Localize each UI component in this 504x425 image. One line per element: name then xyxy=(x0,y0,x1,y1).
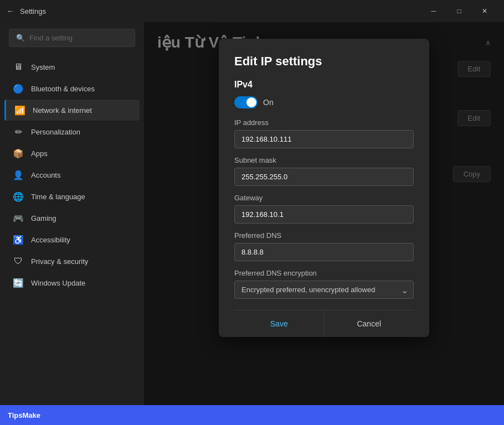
time-icon: 🌐 xyxy=(13,191,23,201)
content-area: 🔍 Find a setting 🖥 System 🔵 Bluetooth & … xyxy=(0,22,504,405)
window-controls: ─ □ ✕ xyxy=(421,0,497,22)
sidebar-item-accessibility[interactable]: ♿ Accessibility xyxy=(4,229,140,250)
sidebar-item-label-system: System xyxy=(31,63,55,71)
sidebar-item-bluetooth[interactable]: 🔵 Bluetooth & devices xyxy=(4,78,140,99)
brand-label: TipsMake xyxy=(8,411,40,419)
ipv4-section-title: IPv4 xyxy=(234,80,414,90)
dns-encryption-label: Preferred DNS encryption xyxy=(234,269,414,277)
ip-address-label: IP address xyxy=(234,118,414,127)
sidebar-item-label-bluetooth: Bluetooth & devices xyxy=(31,85,95,93)
sidebar-item-personalization[interactable]: ✏ Personalization xyxy=(4,121,140,142)
preferred-dns-input[interactable] xyxy=(234,243,414,261)
ip-address-group: IP address xyxy=(234,118,414,148)
search-box[interactable]: 🔍 Find a setting xyxy=(9,29,135,47)
bottom-bar: TipsMake xyxy=(0,405,504,425)
sidebar-item-label-privacy: Privacy & security xyxy=(31,257,88,266)
sidebar-item-accounts[interactable]: 👤 Accounts xyxy=(4,164,140,185)
sidebar-item-label-accessibility: Accessibility xyxy=(31,236,70,244)
network-icon: 📶 xyxy=(15,105,25,115)
sidebar-item-network[interactable]: 📶 Network & internet xyxy=(4,100,140,121)
subnet-mask-input[interactable] xyxy=(234,168,414,186)
sidebar-item-label-personalization: Personalization xyxy=(31,128,80,136)
toggle-label: On xyxy=(263,98,274,107)
minimize-button[interactable]: ─ xyxy=(421,0,446,22)
search-icon: 🔍 xyxy=(16,34,25,42)
sidebar-item-label-update: Windows Update xyxy=(31,279,85,287)
search-placeholder: Find a setting xyxy=(29,34,73,42)
sidebar-item-label-network: Network & internet xyxy=(33,106,92,115)
dns-encryption-select-wrapper: Encrypted preferred, unencrypted allowed… xyxy=(234,281,414,299)
dialog-footer: Save Cancel xyxy=(234,310,414,337)
save-button[interactable]: Save xyxy=(234,310,325,337)
back-button[interactable]: ← xyxy=(7,7,14,15)
sidebar-item-time[interactable]: 🌐 Time & language xyxy=(4,186,140,207)
toggle-thumb xyxy=(246,97,256,107)
sidebar-item-apps[interactable]: 📦 Apps xyxy=(4,143,140,164)
settings-window: ← Settings ─ □ ✕ 🔍 Find a setting 🖥 Syst… xyxy=(0,0,504,425)
dns-encryption-group: Preferred DNS encryption Encrypted prefe… xyxy=(234,269,414,299)
cancel-button[interactable]: Cancel xyxy=(325,310,414,337)
sidebar-item-label-gaming: Gaming xyxy=(31,214,56,222)
gaming-icon: 🎮 xyxy=(13,213,23,223)
gateway-group: Gateway xyxy=(234,194,414,224)
close-button[interactable]: ✕ xyxy=(472,0,497,22)
dialog-overlay: Edit IP settings IPv4 On IP address Subn… xyxy=(144,22,504,405)
preferred-dns-group: Preferred DNS xyxy=(234,231,414,261)
bluetooth-icon: 🔵 xyxy=(13,84,23,94)
gateway-input[interactable] xyxy=(234,205,414,224)
sidebar-item-system[interactable]: 🖥 System xyxy=(4,56,140,77)
apps-icon: 📦 xyxy=(13,148,23,158)
subnet-mask-group: Subnet mask xyxy=(234,156,414,186)
update-icon: 🔄 xyxy=(13,278,23,288)
accessibility-icon: ♿ xyxy=(13,235,23,245)
ip-address-input[interactable] xyxy=(234,130,414,148)
system-icon: 🖥 xyxy=(13,62,23,72)
sidebar-item-label-accounts: Accounts xyxy=(31,171,60,179)
sidebar-item-update[interactable]: 🔄 Windows Update xyxy=(4,272,140,293)
edit-ip-dialog: Edit IP settings IPv4 On IP address Subn… xyxy=(219,39,429,337)
main-panel: iệu Từ Vệ Tinh ∧ Edit Edit Copy xyxy=(144,22,504,405)
personalization-icon: ✏ xyxy=(13,127,23,137)
sidebar-item-privacy[interactable]: 🛡 Privacy & security xyxy=(4,251,140,272)
privacy-icon: 🛡 xyxy=(13,256,23,266)
accounts-icon: 👤 xyxy=(13,170,23,180)
titlebar: ← Settings ─ □ ✕ xyxy=(0,0,504,22)
window-title: Settings xyxy=(20,7,46,15)
toggle-row: On xyxy=(234,96,414,108)
sidebar-nav: 🖥 System 🔵 Bluetooth & devices 📶 Network… xyxy=(0,54,144,405)
dialog-title: Edit IP settings xyxy=(234,54,414,69)
dns-encryption-select[interactable]: Encrypted preferred, unencrypted allowed… xyxy=(234,281,414,299)
preferred-dns-label: Preferred DNS xyxy=(234,231,414,240)
sidebar-item-label-time: Time & language xyxy=(31,193,85,201)
ipv4-toggle[interactable] xyxy=(234,96,258,108)
sidebar: 🔍 Find a setting 🖥 System 🔵 Bluetooth & … xyxy=(0,22,144,405)
sidebar-item-label-apps: Apps xyxy=(31,149,48,158)
subnet-mask-label: Subnet mask xyxy=(234,156,414,164)
gateway-label: Gateway xyxy=(234,194,414,202)
maximize-button[interactable]: □ xyxy=(446,0,472,22)
sidebar-item-gaming[interactable]: 🎮 Gaming xyxy=(4,208,140,229)
